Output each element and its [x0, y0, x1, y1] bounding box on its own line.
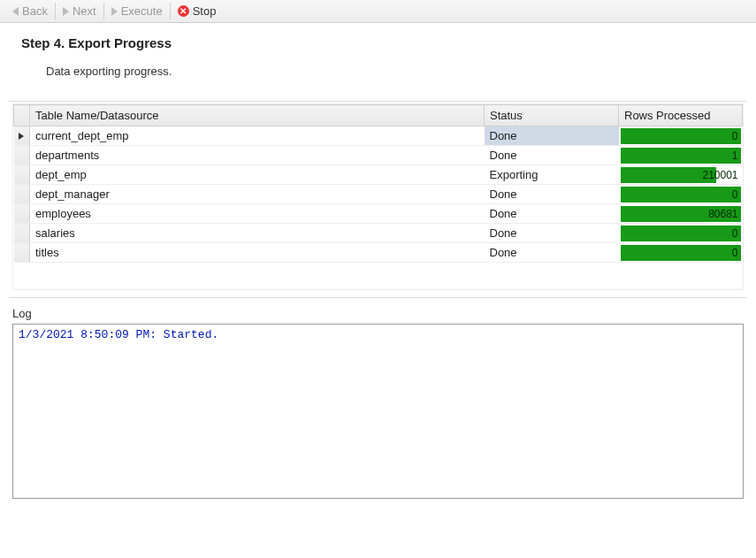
progress-fill — [621, 225, 741, 241]
stop-icon: ✕ — [178, 5, 189, 17]
cell-rows-processed: 0 — [619, 243, 743, 263]
table-row[interactable]: dept_empExporting210001 — [14, 165, 743, 185]
cell-table-name: departments — [30, 146, 485, 165]
progress-bar: 0 — [621, 245, 741, 261]
next-arrow-icon — [63, 7, 69, 16]
cell-table-name: employees — [30, 204, 485, 224]
progress-value: 0 — [732, 225, 738, 241]
execute-label: Execute — [121, 4, 163, 18]
next-label: Next — [73, 4, 96, 18]
grid-header-status[interactable]: Status — [485, 105, 619, 126]
stop-button[interactable]: ✕ Stop — [171, 3, 224, 19]
progress-fill — [621, 245, 741, 261]
stop-label: Stop — [193, 4, 217, 18]
progress-fill — [621, 148, 741, 164]
execute-button[interactable]: Execute — [104, 3, 171, 19]
table-row[interactable]: employeesDone80681 — [14, 204, 743, 224]
row-indicator — [14, 185, 30, 204]
row-indicator — [14, 224, 30, 243]
progress-bar: 0 — [621, 187, 741, 203]
progress-grid: Table Name/Datasource Status Rows Proces… — [12, 103, 744, 290]
row-indicator — [14, 146, 30, 165]
row-indicator — [14, 204, 30, 224]
progress-value: 80681 — [708, 206, 737, 222]
cell-status: Done — [485, 204, 619, 224]
cell-status: Done — [485, 126, 619, 146]
row-indicator — [14, 243, 30, 263]
progress-fill — [621, 128, 741, 144]
divider — [9, 297, 747, 298]
row-indicator — [14, 165, 30, 185]
table-row[interactable]: salariesDone0 — [14, 224, 743, 243]
toolbar: Back Next Execute ✕ Stop — [0, 0, 756, 23]
execute-arrow-icon — [111, 7, 118, 16]
table-row[interactable]: dept_managerDone0 — [14, 185, 743, 204]
progress-fill — [621, 187, 741, 203]
cell-rows-processed: 210001 — [619, 165, 743, 185]
cell-status: Done — [485, 185, 619, 204]
back-label: Back — [22, 4, 48, 18]
current-row-icon — [19, 133, 24, 140]
log-label: Log — [12, 307, 744, 320]
progress-value: 0 — [732, 245, 738, 261]
grid-header-name[interactable]: Table Name/Datasource — [30, 105, 485, 126]
progress-value: 1 — [732, 148, 738, 164]
cell-table-name: titles — [30, 243, 485, 263]
content-area: Step 4. Export Progress Data exporting p… — [0, 23, 756, 101]
progress-bar: 210001 — [621, 167, 741, 183]
cell-status: Done — [485, 146, 619, 165]
cell-rows-processed: 1 — [619, 146, 743, 165]
progress-bar: 80681 — [621, 206, 741, 222]
table-row[interactable]: departmentsDone1 — [14, 146, 743, 165]
cell-status: Done — [485, 243, 619, 263]
log-section: Log 1/3/2021 8:50:09 PM: Started. — [12, 307, 744, 499]
cell-table-name: dept_emp — [30, 165, 485, 185]
table-row[interactable]: current_dept_empDone0 — [14, 126, 743, 146]
cell-table-name: current_dept_emp — [30, 126, 485, 146]
cell-table-name: dept_manager — [30, 185, 485, 204]
cell-table-name: salaries — [30, 224, 485, 243]
progress-bar: 0 — [621, 128, 741, 144]
cell-rows-processed: 0 — [619, 185, 743, 204]
progress-bar: 0 — [621, 225, 741, 241]
progress-value: 0 — [732, 187, 738, 203]
cell-rows-processed: 80681 — [619, 204, 743, 224]
divider — [9, 101, 747, 102]
step-title: Step 4. Export Progress — [21, 35, 735, 50]
cell-rows-processed: 0 — [619, 224, 743, 243]
table-row[interactable]: titlesDone0 — [14, 243, 743, 263]
cell-status: Exporting — [485, 165, 619, 185]
grid-header-row: Table Name/Datasource Status Rows Proces… — [14, 105, 743, 126]
next-button[interactable]: Next — [56, 3, 104, 19]
cell-status: Done — [485, 224, 619, 243]
progress-value: 210001 — [702, 167, 737, 183]
back-button[interactable]: Back — [5, 3, 56, 19]
log-textarea[interactable]: 1/3/2021 8:50:09 PM: Started. — [12, 324, 744, 499]
progress-value: 0 — [732, 128, 738, 144]
progress-bar: 1 — [621, 148, 741, 164]
cell-rows-processed: 0 — [619, 126, 743, 146]
row-indicator — [14, 126, 30, 146]
back-arrow-icon — [12, 7, 19, 16]
grid-header-indicator — [14, 105, 30, 126]
grid-header-rows[interactable]: Rows Processed — [619, 105, 743, 126]
step-description: Data exporting progress. — [46, 65, 735, 78]
